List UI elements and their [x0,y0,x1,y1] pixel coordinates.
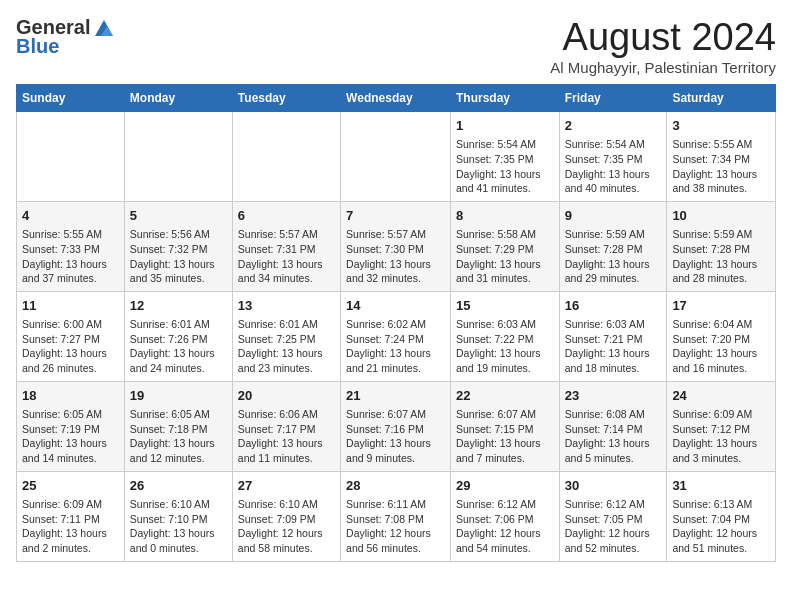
day-info: Sunrise: 6:05 AMSunset: 7:19 PMDaylight:… [22,407,119,466]
day-number: 21 [346,387,445,405]
day-number: 7 [346,207,445,225]
day-cell: 16Sunrise: 6:03 AMSunset: 7:21 PMDayligh… [559,291,667,381]
day-number: 25 [22,477,119,495]
logo-blue-text: Blue [16,35,59,58]
day-info: Sunrise: 5:54 AMSunset: 7:35 PMDaylight:… [456,137,554,196]
calendar-body: 1Sunrise: 5:54 AMSunset: 7:35 PMDaylight… [17,112,776,562]
day-info: Sunrise: 6:05 AMSunset: 7:18 PMDaylight:… [130,407,227,466]
day-cell: 17Sunrise: 6:04 AMSunset: 7:20 PMDayligh… [667,291,776,381]
day-cell: 21Sunrise: 6:07 AMSunset: 7:16 PMDayligh… [341,381,451,471]
day-number: 26 [130,477,227,495]
page-header: General Blue August 2024 Al Mughayyir, P… [16,16,776,76]
logo-icon [93,18,115,38]
day-number: 27 [238,477,335,495]
day-number: 23 [565,387,662,405]
day-info: Sunrise: 6:09 AMSunset: 7:11 PMDaylight:… [22,497,119,556]
header-cell-tuesday: Tuesday [232,85,340,112]
day-info: Sunrise: 6:12 AMSunset: 7:06 PMDaylight:… [456,497,554,556]
day-number: 16 [565,297,662,315]
day-number: 28 [346,477,445,495]
day-cell: 24Sunrise: 6:09 AMSunset: 7:12 PMDayligh… [667,381,776,471]
day-cell: 8Sunrise: 5:58 AMSunset: 7:29 PMDaylight… [450,201,559,291]
day-cell: 13Sunrise: 6:01 AMSunset: 7:25 PMDayligh… [232,291,340,381]
day-number: 9 [565,207,662,225]
day-cell: 26Sunrise: 6:10 AMSunset: 7:10 PMDayligh… [124,471,232,561]
day-cell [341,112,451,202]
day-info: Sunrise: 5:59 AMSunset: 7:28 PMDaylight:… [565,227,662,286]
day-number: 6 [238,207,335,225]
week-row-4: 18Sunrise: 6:05 AMSunset: 7:19 PMDayligh… [17,381,776,471]
header-row: SundayMondayTuesdayWednesdayThursdayFrid… [17,85,776,112]
day-info: Sunrise: 6:11 AMSunset: 7:08 PMDaylight:… [346,497,445,556]
day-number: 8 [456,207,554,225]
day-info: Sunrise: 6:13 AMSunset: 7:04 PMDaylight:… [672,497,770,556]
header-cell-thursday: Thursday [450,85,559,112]
day-cell [124,112,232,202]
day-cell: 4Sunrise: 5:55 AMSunset: 7:33 PMDaylight… [17,201,125,291]
day-number: 20 [238,387,335,405]
day-number: 17 [672,297,770,315]
day-info: Sunrise: 6:08 AMSunset: 7:14 PMDaylight:… [565,407,662,466]
day-number: 31 [672,477,770,495]
day-cell: 25Sunrise: 6:09 AMSunset: 7:11 PMDayligh… [17,471,125,561]
day-info: Sunrise: 6:03 AMSunset: 7:21 PMDaylight:… [565,317,662,376]
day-cell [232,112,340,202]
day-cell: 22Sunrise: 6:07 AMSunset: 7:15 PMDayligh… [450,381,559,471]
day-info: Sunrise: 5:54 AMSunset: 7:35 PMDaylight:… [565,137,662,196]
calendar-subtitle: Al Mughayyir, Palestinian Territory [550,59,776,76]
day-info: Sunrise: 6:09 AMSunset: 7:12 PMDaylight:… [672,407,770,466]
day-cell: 23Sunrise: 6:08 AMSunset: 7:14 PMDayligh… [559,381,667,471]
calendar-title: August 2024 [550,16,776,59]
day-info: Sunrise: 5:57 AMSunset: 7:30 PMDaylight:… [346,227,445,286]
day-info: Sunrise: 6:01 AMSunset: 7:25 PMDaylight:… [238,317,335,376]
day-number: 12 [130,297,227,315]
title-block: August 2024 Al Mughayyir, Palestinian Te… [550,16,776,76]
day-number: 5 [130,207,227,225]
day-number: 18 [22,387,119,405]
week-row-2: 4Sunrise: 5:55 AMSunset: 7:33 PMDaylight… [17,201,776,291]
day-info: Sunrise: 6:12 AMSunset: 7:05 PMDaylight:… [565,497,662,556]
day-info: Sunrise: 5:58 AMSunset: 7:29 PMDaylight:… [456,227,554,286]
day-number: 15 [456,297,554,315]
day-info: Sunrise: 6:02 AMSunset: 7:24 PMDaylight:… [346,317,445,376]
day-number: 2 [565,117,662,135]
day-number: 3 [672,117,770,135]
day-number: 19 [130,387,227,405]
logo: General Blue [16,16,115,58]
day-cell [17,112,125,202]
day-number: 11 [22,297,119,315]
day-number: 4 [22,207,119,225]
header-cell-monday: Monday [124,85,232,112]
day-number: 10 [672,207,770,225]
day-info: Sunrise: 6:03 AMSunset: 7:22 PMDaylight:… [456,317,554,376]
day-info: Sunrise: 6:04 AMSunset: 7:20 PMDaylight:… [672,317,770,376]
day-info: Sunrise: 5:59 AMSunset: 7:28 PMDaylight:… [672,227,770,286]
day-info: Sunrise: 5:55 AMSunset: 7:34 PMDaylight:… [672,137,770,196]
day-cell: 20Sunrise: 6:06 AMSunset: 7:17 PMDayligh… [232,381,340,471]
day-info: Sunrise: 5:56 AMSunset: 7:32 PMDaylight:… [130,227,227,286]
week-row-3: 11Sunrise: 6:00 AMSunset: 7:27 PMDayligh… [17,291,776,381]
day-number: 30 [565,477,662,495]
day-info: Sunrise: 6:00 AMSunset: 7:27 PMDaylight:… [22,317,119,376]
day-cell: 15Sunrise: 6:03 AMSunset: 7:22 PMDayligh… [450,291,559,381]
day-cell: 9Sunrise: 5:59 AMSunset: 7:28 PMDaylight… [559,201,667,291]
day-cell: 30Sunrise: 6:12 AMSunset: 7:05 PMDayligh… [559,471,667,561]
calendar-header: SundayMondayTuesdayWednesdayThursdayFrid… [17,85,776,112]
day-cell: 12Sunrise: 6:01 AMSunset: 7:26 PMDayligh… [124,291,232,381]
header-cell-sunday: Sunday [17,85,125,112]
day-cell: 1Sunrise: 5:54 AMSunset: 7:35 PMDaylight… [450,112,559,202]
day-info: Sunrise: 6:10 AMSunset: 7:10 PMDaylight:… [130,497,227,556]
day-info: Sunrise: 6:07 AMSunset: 7:15 PMDaylight:… [456,407,554,466]
day-number: 13 [238,297,335,315]
day-number: 22 [456,387,554,405]
day-info: Sunrise: 6:10 AMSunset: 7:09 PMDaylight:… [238,497,335,556]
day-cell: 2Sunrise: 5:54 AMSunset: 7:35 PMDaylight… [559,112,667,202]
day-cell: 6Sunrise: 5:57 AMSunset: 7:31 PMDaylight… [232,201,340,291]
day-cell: 7Sunrise: 5:57 AMSunset: 7:30 PMDaylight… [341,201,451,291]
week-row-5: 25Sunrise: 6:09 AMSunset: 7:11 PMDayligh… [17,471,776,561]
day-info: Sunrise: 6:07 AMSunset: 7:16 PMDaylight:… [346,407,445,466]
day-number: 1 [456,117,554,135]
day-cell: 31Sunrise: 6:13 AMSunset: 7:04 PMDayligh… [667,471,776,561]
day-cell: 10Sunrise: 5:59 AMSunset: 7:28 PMDayligh… [667,201,776,291]
calendar-table: SundayMondayTuesdayWednesdayThursdayFrid… [16,84,776,562]
